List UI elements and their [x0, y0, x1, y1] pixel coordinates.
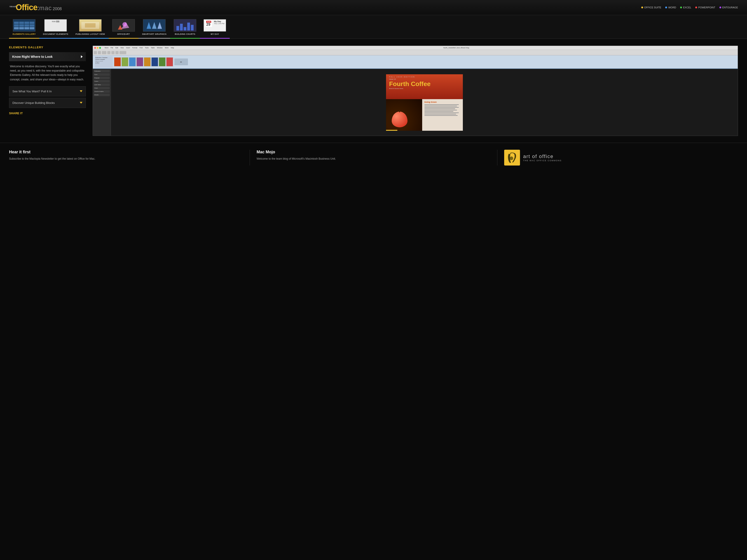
tab-document-elements-label: DOCUMENT ELEMENTS	[43, 33, 68, 35]
section-header-title: Know Right Where to Look	[12, 55, 53, 58]
menu-word: Word	[105, 47, 108, 49]
nav-excel-label: EXCEL	[683, 6, 691, 9]
section-header-know-right[interactable]: Know Right Where to Look	[9, 52, 86, 61]
tab-elements-gallery-thumb	[13, 19, 35, 32]
mac-mojo-title: Mac Mojo	[257, 150, 490, 155]
ribbon-thumb-4	[136, 57, 143, 66]
menu-insert: Insert	[126, 47, 130, 49]
nav-office-suite[interactable]: OFFICE SUITE	[641, 6, 661, 9]
dropdown-arrow-icon-2	[80, 102, 82, 104]
nav-entourage-label: ENTOURAGE	[722, 6, 738, 9]
tab-my-day-thumb: MAR 29 My Day Thu 1:44 PM	[204, 19, 226, 32]
doc-body-right: Going Green	[422, 99, 463, 131]
tab-document-elements[interactable]: Header Footer DOCUMENT ELEMENTS	[39, 18, 72, 38]
nav-word[interactable]: WORD	[665, 6, 676, 9]
logo-year: 2008	[53, 6, 62, 11]
tab-elements-gallery[interactable]: ELEMENTS GALLERY	[9, 18, 39, 38]
bottom-col-art-of-office[interactable]: art of office THE MAC OFFICE COMMONS	[504, 150, 738, 165]
screenshot-document: FALL 2009 EDITION Issue 12 Fourth Coffee…	[111, 69, 738, 136]
menu-table: Table	[151, 47, 155, 49]
nav-word-label: WORD	[668, 6, 676, 9]
svg-point-3	[510, 157, 513, 160]
menu-format: Format	[132, 47, 137, 49]
doc-issue: Issue 12	[389, 78, 460, 80]
collapsible-building-blocks[interactable]: Discover Unique Building Blocks	[9, 98, 86, 108]
toolbar-btn-2	[98, 51, 101, 54]
menu-font: Font	[139, 47, 143, 49]
nav-entourage[interactable]: ENTOURAGE	[719, 6, 738, 9]
gallery-tabs-bar: ELEMENTS GALLERY Header Footer DOCUMENT …	[0, 15, 747, 39]
mycal-date-box: MAR 29	[205, 20, 212, 27]
hear-it-first-text: Subscribe to the Mactopia Newsletter to …	[9, 157, 243, 161]
tab-publishing-layout-label: PUBLISHING LAYOUT VIEW	[75, 33, 105, 35]
logo-colon: :	[37, 4, 39, 12]
tab-publishing-layout-thumb	[79, 19, 102, 32]
tab-smartart-graphics-label: SMARTART GRAPHICS	[142, 33, 166, 35]
doc-page: FALL 2009 EDITION Issue 12 Fourth Coffee…	[386, 74, 463, 131]
screenshot-ribbon: Publications / Templates Choose a templa…	[93, 55, 738, 69]
toolbar-btn-6	[115, 51, 119, 54]
menu-window: Window	[157, 47, 163, 49]
left-panel: ELEMENTS GALLERY Know Right Where to Loo…	[9, 46, 86, 136]
menu-edit: Edit	[115, 47, 118, 49]
toolbar-btn-1	[94, 51, 97, 54]
screenshot-container: Word File Edit View Insert Format Font T…	[93, 46, 738, 136]
doc-edition: FALL 2009 EDITION	[389, 76, 460, 78]
ribbon-thumbnails	[114, 56, 173, 68]
dot-office-suite	[641, 6, 643, 8]
tab-officeart[interactable]: OFFICEART	[109, 18, 138, 38]
toolbar-btn-4	[107, 51, 110, 54]
dot-powerpoint	[695, 6, 697, 8]
nav-powerpoint[interactable]: POWERPOINT	[695, 6, 715, 9]
tab-my-day[interactable]: MAR 29 My Day Thu 1:44 PM MY DAY	[200, 18, 230, 38]
dot-entourage	[719, 6, 721, 8]
logo: MicrosoftOffice : mac 2008	[9, 3, 62, 12]
menu-help: Help	[171, 47, 174, 49]
collapsible-pull-it-in[interactable]: See What You Want? Pull It In	[9, 86, 86, 97]
window-maximize-dot	[99, 47, 101, 49]
tab-publishing-layout[interactable]: PUBLISHING LAYOUT VIEW	[72, 18, 109, 38]
ribbon-thumb-2	[122, 57, 128, 66]
nav-office-suite-label: OFFICE SUITE	[644, 6, 661, 9]
mac-mojo-text: Welcome to the team blog of Microsoft's …	[257, 157, 490, 161]
doc-body-left	[386, 99, 422, 131]
toolbar-btn-3	[102, 51, 106, 54]
logo-microsoft: Microsoft	[9, 5, 16, 8]
toolbar-btn-5	[111, 51, 114, 54]
art-office-main-text: art of office	[523, 154, 562, 159]
tab-smartart-graphics-thumb	[143, 19, 165, 32]
screenshot-main: Publications Flyers Proposals Footers Qu…	[93, 69, 738, 136]
menu-tools: Tools	[145, 47, 149, 49]
menu-file: File	[111, 47, 113, 49]
bottom-col-mac-mojo: Mac Mojo Welcome to the team blog of Mic…	[257, 150, 497, 165]
ribbon-thumb-8	[166, 57, 173, 66]
ribbon-scroll-btn: ▶▶	[174, 58, 188, 65]
tab-officeart-label: OFFICEART	[117, 33, 130, 35]
svg-marker-2	[118, 25, 123, 30]
tab-document-elements-thumb: Header Footer	[44, 19, 67, 32]
collapsible-building-blocks-label: Discover Unique Building Blocks	[12, 101, 55, 105]
mycal-info: My Day Thu 1:44 PM	[213, 20, 224, 25]
ribbon-thumb-1	[114, 57, 121, 66]
ss-sidebar-item-8: WordArt	[94, 94, 110, 96]
nav-excel[interactable]: EXCEL	[680, 6, 691, 9]
ribbon-thumb-3	[129, 57, 136, 66]
dot-excel	[680, 6, 682, 8]
arrow-right-icon	[81, 55, 83, 58]
menu-work: Work	[165, 47, 169, 49]
tab-smartart-graphics[interactable]: SMARTART GRAPHICS	[138, 18, 170, 38]
share-it-link[interactable]: SHARE IT	[9, 111, 23, 115]
ss-sidebar-item-6: Charts	[94, 87, 110, 89]
doc-text-lines	[424, 104, 461, 116]
tab-building-charts[interactable]: BUILDING CHARTS	[170, 18, 200, 38]
doc-going-green: Going Green	[424, 101, 461, 103]
window-title: fourth_newsletter1.docx (Read-Only)	[176, 47, 737, 49]
art-office-text-area: art of office THE MAC OFFICE COMMONS	[523, 154, 562, 162]
collapsible-pull-it-in-label: See What You Want? Pull It In	[12, 90, 52, 93]
hear-it-first-title: Hear it first	[9, 150, 243, 155]
doc-header: FALL 2009 EDITION Issue 12 Fourth Coffee…	[386, 74, 463, 99]
ss-sidebar-item-7: SmartArt Graphics	[94, 90, 110, 93]
nav-powerpoint-label: POWERPOINT	[698, 6, 715, 9]
tab-officeart-thumb	[112, 19, 135, 32]
menu-view: View	[121, 47, 124, 49]
